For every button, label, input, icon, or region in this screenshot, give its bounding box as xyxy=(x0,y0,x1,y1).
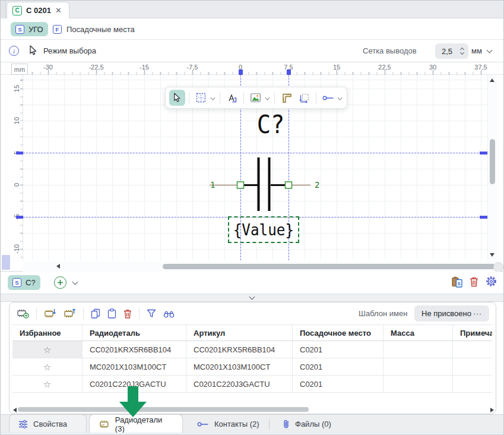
clipboard-icon xyxy=(107,308,116,319)
vertical-scrollbar[interactable] xyxy=(487,75,496,260)
add-part-button[interactable] xyxy=(17,308,29,319)
star-icon[interactable]: ☆ xyxy=(43,380,51,389)
document-tab[interactable]: C C 0201 ✕ xyxy=(7,2,69,18)
bottom-tabbar: Свойства Радиодетали (3) Контакты (2) Фа… xyxy=(1,414,503,433)
select-tool-button[interactable] xyxy=(169,90,185,106)
chevron-down-icon xyxy=(486,47,492,53)
table-horizontal-scrollbar[interactable] xyxy=(12,406,495,414)
collapse-chevron-icon[interactable] xyxy=(249,294,255,300)
symbol-s-icon: S xyxy=(12,278,21,287)
col-article[interactable]: Артикул xyxy=(186,325,293,341)
image-tool-button[interactable] xyxy=(248,90,264,106)
paste-button[interactable] xyxy=(107,308,116,319)
symbol-badge[interactable]: S C? xyxy=(8,275,40,290)
close-icon[interactable]: ✕ xyxy=(55,7,62,14)
col-part[interactable]: Радиодеталь xyxy=(83,325,186,341)
scroll-up-icon[interactable] xyxy=(490,78,495,82)
horizontal-scrollbar[interactable] xyxy=(23,261,496,272)
pin1-number: 1 xyxy=(210,180,215,190)
chevron-down-icon[interactable] xyxy=(72,279,78,285)
horizontal-scroll-thumb[interactable] xyxy=(163,264,495,269)
refdes-text[interactable]: C? xyxy=(249,109,292,139)
transform-tool-button[interactable] xyxy=(296,90,312,106)
name-template-value: Не присвоено xyxy=(421,309,471,318)
document-tabbar: C C 0201 ✕ xyxy=(1,1,503,18)
text-icon xyxy=(227,93,237,103)
component-doc-icon: C xyxy=(12,6,22,15)
name-template-dropdown[interactable]: Не присвоено ··· xyxy=(414,305,489,321)
symbol-badge-label: C? xyxy=(26,278,36,287)
paperclip-icon xyxy=(283,419,290,429)
vertical-scroll-thumb[interactable] xyxy=(490,139,495,184)
tab-footprints[interactable]: F Посадочные места xyxy=(49,22,138,36)
table-row[interactable]: ☆ CC0201KRX5R6BB104 CC0201KRX5R6BB104 C0… xyxy=(12,341,492,358)
value-attribute-box[interactable]: {Value} xyxy=(228,216,299,243)
horizontal-ruler: -30 -22,5 -15 -7,5 0 7,5 15 22,5 30 37,5 xyxy=(1,62,503,75)
stepper-arrows-icon[interactable] xyxy=(461,48,464,54)
tab-files-label: Файлы (0) xyxy=(295,420,331,428)
favorite-cell: ☆ xyxy=(12,376,83,392)
filter-button[interactable] xyxy=(147,309,156,318)
copy-button[interactable] xyxy=(91,308,100,319)
bottom-strip xyxy=(1,433,503,435)
tab-files[interactable]: Файлы (0) xyxy=(274,415,340,433)
ruler-unit-box: mm xyxy=(11,64,28,75)
add-symbol-button[interactable] xyxy=(54,276,66,289)
chevron-down-icon[interactable] xyxy=(211,96,215,100)
chevron-down-icon[interactable] xyxy=(338,96,343,100)
chevron-down-icon[interactable] xyxy=(265,96,270,100)
scroll-down-icon[interactable] xyxy=(490,253,495,257)
guide-marker[interactable] xyxy=(287,70,291,75)
guide-marker[interactable] xyxy=(16,216,23,219)
table-row[interactable]: ☆ C0201C220J3GACTU C0201C220J3GACTU C020… xyxy=(12,376,492,393)
unit-dropdown[interactable]: мм xyxy=(471,46,492,55)
selection-rect-icon xyxy=(196,93,206,103)
annotation-arrow-icon xyxy=(119,386,147,417)
article-cell: C0201C220J3GACTU xyxy=(186,376,293,392)
scroll-left-icon[interactable] xyxy=(56,264,60,269)
schematic-canvas[interactable]: C? 1 2 {Value} xyxy=(23,75,487,260)
tab-contacts[interactable]: Контакты (2) xyxy=(188,415,268,433)
shape-tool-button[interactable] xyxy=(193,90,209,106)
delete-symbol-button[interactable] xyxy=(470,276,478,287)
scroll-right-icon[interactable] xyxy=(490,408,494,412)
tab-properties[interactable]: Свойства xyxy=(9,414,87,433)
pin-tool-button[interactable] xyxy=(320,90,336,106)
paste-special-button[interactable]: S xyxy=(452,276,463,288)
table-scroll-thumb[interactable] xyxy=(18,407,309,412)
chip-download-icon xyxy=(44,308,56,319)
info-icon[interactable]: i xyxy=(9,46,19,56)
delete-part-button[interactable] xyxy=(123,309,132,319)
col-note[interactable]: Примечание xyxy=(453,325,492,341)
note-cell xyxy=(453,341,492,358)
chip-icon xyxy=(99,420,110,428)
panel-splitter[interactable] xyxy=(1,294,503,302)
resize-handle[interactable] xyxy=(493,262,503,272)
star-icon[interactable]: ☆ xyxy=(43,363,51,371)
col-footprint[interactable]: Посадочное место xyxy=(293,325,383,341)
part-cell: MC0201X103M100CT xyxy=(83,358,186,375)
col-favorite[interactable]: Избранное xyxy=(12,325,83,341)
document-title: C 0201 xyxy=(26,6,51,15)
select-cursor-icon[interactable] xyxy=(28,45,38,56)
guide-marker[interactable] xyxy=(239,70,243,75)
export-parts-button[interactable] xyxy=(64,308,76,319)
measure-tool-button[interactable] xyxy=(278,90,294,106)
symbol-s-icon: S xyxy=(15,25,24,34)
table-row[interactable]: ☆ MC0201X103M100CT MC0201X103M100CT C020… xyxy=(12,358,492,376)
col-mass[interactable]: Масса xyxy=(383,325,453,341)
more-options-icon[interactable]: ··· xyxy=(473,310,482,318)
mode-label: Режим выбора xyxy=(43,46,96,55)
guide-marker[interactable] xyxy=(16,152,23,155)
pin-grid-stepper[interactable]: 2,5 xyxy=(435,43,468,59)
gear-icon xyxy=(486,276,497,287)
search-button[interactable] xyxy=(163,310,175,318)
text-tool-button[interactable] xyxy=(224,90,240,106)
v-tick: 10 xyxy=(13,113,21,128)
star-icon[interactable]: ☆ xyxy=(43,345,51,354)
tab-ugo[interactable]: S УГО xyxy=(11,22,48,36)
settings-button[interactable] xyxy=(486,276,497,287)
scroll-left-icon[interactable] xyxy=(13,408,17,412)
import-parts-button[interactable] xyxy=(44,308,56,319)
chip-add-icon xyxy=(17,308,29,319)
